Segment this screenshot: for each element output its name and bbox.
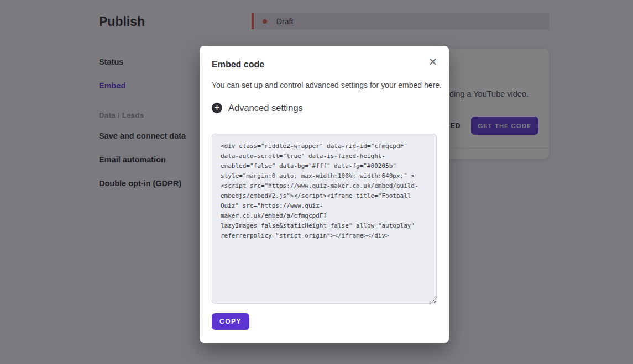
modal-title: Embed code [212,60,264,70]
embed-code-textarea[interactable]: <div class="riddle2-wrapper" data-rid-id… [212,134,437,304]
modal-description: You can set up and control advanced sett… [212,81,442,89]
embed-code-modal: Embed code ✕ You can set up and control … [200,46,449,343]
close-icon: ✕ [428,56,438,68]
copy-button[interactable]: COPY [212,313,249,330]
publish-page: Publish Draft Status Embed Data / Leads … [0,0,633,364]
close-button[interactable]: ✕ [425,54,441,70]
advanced-settings-toggle[interactable]: + Advanced settings [212,103,303,113]
plus-circle-icon: + [212,103,222,113]
advanced-settings-label: Advanced settings [228,103,303,113]
